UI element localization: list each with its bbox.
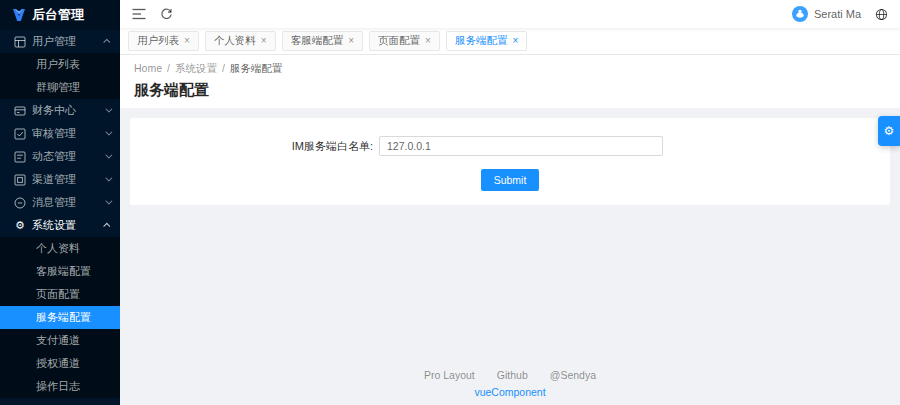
sidebar-item-server-config[interactable]: 服务端配置 <box>0 306 120 329</box>
footer-link-pro-layout[interactable]: Pro Layout <box>424 369 475 381</box>
sidebar-item-label: 用户列表 <box>36 57 80 72</box>
breadcrumb-current: 服务端配置 <box>230 62 283 76</box>
form-card: IM服务端白名单: Submit <box>130 118 890 205</box>
app-title: 后台管理 <box>32 6 84 24</box>
table-icon <box>14 36 26 48</box>
logo[interactable]: 后台管理 <box>0 0 120 30</box>
brand-logo-icon <box>12 8 26 22</box>
close-icon[interactable]: × <box>348 36 354 46</box>
avatar <box>792 6 808 22</box>
chevron-down-icon <box>105 175 112 182</box>
whitelist-form-row: IM服务端白名单: <box>130 136 890 156</box>
sidebar-item-moments-mgmt[interactable]: 动态管理 <box>0 145 120 168</box>
sidebar-item-auth-channel[interactable]: 授权通道 <box>0 352 120 375</box>
sidebar-item-label: 群聊管理 <box>36 80 80 95</box>
sidebar-item-message-mgmt[interactable]: 消息管理 <box>0 191 120 214</box>
tab-profile[interactable]: 个人资料× <box>205 31 276 51</box>
settings-icon: ⚙ <box>14 220 26 232</box>
sidebar-item-finance-center[interactable]: 财务中心 <box>0 99 120 122</box>
whitelist-input[interactable] <box>379 136 663 156</box>
chevron-down-icon <box>105 198 112 205</box>
reload-icon[interactable] <box>160 8 173 21</box>
gear-icon: ⚙ <box>884 124 895 138</box>
multitab-bar: 用户列表× 个人资料× 客服端配置× 页面配置× 服务端配置× <box>120 28 900 55</box>
tab-label: 个人资料 <box>214 34 256 48</box>
tab-label: 用户列表 <box>137 34 179 48</box>
close-icon[interactable]: × <box>184 36 190 46</box>
sidebar-item-label: 个人资料 <box>36 241 80 256</box>
sidebar-item-user-list[interactable]: 用户列表 <box>0 53 120 76</box>
sidebar-item-label: 消息管理 <box>32 195 76 210</box>
page-title: 服务端配置 <box>134 81 886 100</box>
sidebar-item-channel-mgmt[interactable]: 渠道管理 <box>0 168 120 191</box>
sidebar-item-audit-mgmt[interactable]: 审核管理 <box>0 122 120 145</box>
sidebar-item-client-config[interactable]: 客服端配置 <box>0 260 120 283</box>
footer-link-github[interactable]: Github <box>497 369 528 381</box>
sidebar-item-user-mgmt[interactable]: 用户管理 <box>0 30 120 53</box>
channel-icon <box>14 174 26 186</box>
sidebar-item-label: 授权通道 <box>36 356 80 371</box>
tab-page-config[interactable]: 页面配置× <box>369 31 440 51</box>
main-area: Serati Ma 用户列表× 个人资料× 客服端配置× 页面配置× 服务端配置… <box>120 0 900 405</box>
chevron-down-icon <box>105 152 112 159</box>
sidebar-item-profile[interactable]: 个人资料 <box>0 237 120 260</box>
tab-user-list[interactable]: 用户列表× <box>128 31 199 51</box>
footer-link-sendya[interactable]: @Sendya <box>550 369 596 381</box>
tab-label: 页面配置 <box>378 34 420 48</box>
chevron-down-icon <box>105 129 112 136</box>
sidebar-item-label: 财务中心 <box>32 103 76 118</box>
sidebar-item-label: 支付通道 <box>36 333 80 348</box>
sidebar-item-label: 渠道管理 <box>32 172 76 187</box>
sidebar-item-system-settings[interactable]: ⚙ 系统设置 <box>0 214 120 237</box>
footer-copyright-link[interactable]: vueComponent <box>130 386 890 398</box>
tab-client-config[interactable]: 客服端配置× <box>282 31 363 51</box>
sidebar-item-operation-log[interactable]: 操作日志 <box>0 375 120 398</box>
breadcrumb-system-settings[interactable]: 系统设置 <box>175 62 217 76</box>
page-footer: Pro Layout Github @Sendya vueComponent <box>130 369 890 405</box>
close-icon[interactable]: × <box>261 36 267 46</box>
content-area: IM服务端白名单: Submit ⚙ Pro Layout Github @Se… <box>120 108 900 405</box>
admin-app: 后台管理 用户管理 用户列表 群聊管理 财务中心 <box>0 0 900 405</box>
sidebar-item-label: 操作日志 <box>36 379 80 394</box>
footer-links: Pro Layout Github @Sendya <box>130 369 890 381</box>
language-globe-icon[interactable] <box>875 8 888 21</box>
user-name: Serati Ma <box>814 8 861 20</box>
audit-icon <box>14 128 26 140</box>
breadcrumb-separator: / <box>167 62 170 76</box>
sidebar: 后台管理 用户管理 用户列表 群聊管理 财务中心 <box>0 0 120 405</box>
message-icon <box>14 197 26 209</box>
page-header: Home / 系统设置 / 服务端配置 服务端配置 <box>120 55 900 108</box>
top-header: Serati Ma <box>120 0 900 28</box>
chevron-up-icon <box>103 223 110 230</box>
theme-settings-button[interactable]: ⚙ <box>878 116 900 146</box>
close-icon[interactable]: × <box>425 36 431 46</box>
breadcrumb-home[interactable]: Home <box>134 62 162 76</box>
sidebar-item-label: 页面配置 <box>36 287 80 302</box>
sidebar-item-label: 系统设置 <box>32 218 76 233</box>
sidebar-item-group-chat-mgmt[interactable]: 群聊管理 <box>0 76 120 99</box>
user-menu[interactable]: Serati Ma <box>792 6 861 22</box>
dynamic-icon <box>14 151 26 163</box>
whitelist-label: IM服务端白名单: <box>130 139 373 154</box>
submit-row: Submit <box>130 169 890 191</box>
sidebar-item-label: 客服端配置 <box>36 264 91 279</box>
sidebar-item-label: 动态管理 <box>32 149 76 164</box>
sidebar-item-label: 审核管理 <box>32 126 76 141</box>
breadcrumb-separator: / <box>222 62 225 76</box>
sidebar-item-payment-channel[interactable]: 支付通道 <box>0 329 120 352</box>
sidebar-item-label: 服务端配置 <box>36 310 91 325</box>
breadcrumb: Home / 系统设置 / 服务端配置 <box>134 62 886 76</box>
tab-label: 客服端配置 <box>291 34 344 48</box>
tab-server-config[interactable]: 服务端配置× <box>446 31 527 51</box>
sidebar-item-page-config[interactable]: 页面配置 <box>0 283 120 306</box>
chevron-down-icon <box>105 106 112 113</box>
close-icon[interactable]: × <box>512 36 518 46</box>
tab-label: 服务端配置 <box>455 34 508 48</box>
finance-icon <box>14 105 26 117</box>
menu-fold-icon[interactable] <box>132 8 146 20</box>
submit-button[interactable]: Submit <box>481 169 540 191</box>
sidebar-item-label: 用户管理 <box>32 34 76 49</box>
chevron-up-icon <box>103 39 110 46</box>
